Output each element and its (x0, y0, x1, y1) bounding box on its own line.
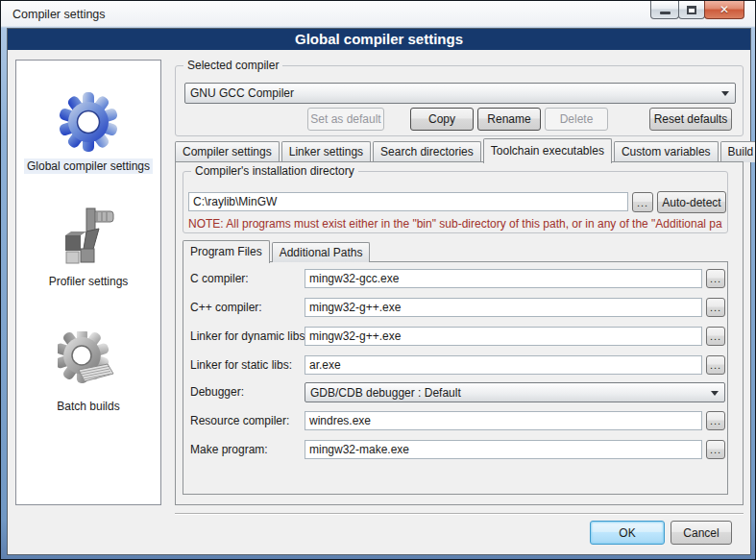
tab-search-directories[interactable]: Search directories (373, 141, 481, 162)
settings-category-list: Global compiler settings (15, 60, 161, 505)
subtab-additional-paths[interactable]: Additional Paths (272, 242, 371, 262)
linker-dynamic-input[interactable] (305, 327, 702, 346)
tab-toolchain-executables[interactable]: Toolchain executables (483, 138, 612, 163)
selected-compiler-dropdown[interactable]: GNU GCC Compiler (184, 83, 736, 104)
minimize-icon (660, 12, 671, 14)
tab-custom-variables[interactable]: Custom variables (614, 141, 719, 162)
sidebar-item-label: Profiler settings (46, 274, 132, 289)
installation-directory-browse-button[interactable]: ... (632, 192, 653, 212)
make-program-label: Make program: (190, 443, 268, 456)
ok-button[interactable]: OK (590, 521, 665, 545)
selected-compiler-value: GNU GCC Compiler (190, 86, 294, 100)
program-files-tabs: Program Files Additional Paths (183, 239, 372, 262)
copy-button[interactable]: Copy (410, 108, 474, 131)
chevron-down-icon (721, 91, 729, 96)
installation-directory-group-label: Compiler's installation directory (191, 164, 358, 178)
set-as-default-button[interactable]: Set as default (307, 108, 384, 131)
tab-compiler-settings[interactable]: Compiler settings (175, 141, 280, 162)
cpp-compiler-label: C++ compiler: (190, 301, 262, 314)
subtab-program-files[interactable]: Program Files (183, 240, 270, 263)
window-controls: ✕ (651, 1, 744, 19)
linker-static-browse-button[interactable]: ... (706, 355, 725, 375)
close-icon: ✕ (719, 4, 729, 15)
debugger-value: GDB/CDB debugger : Default (310, 386, 461, 400)
minimize-button[interactable] (650, 1, 679, 19)
dialog-client-area: Global compiler settings (7, 28, 751, 555)
tab-build-options[interactable]: Build options (720, 141, 756, 162)
resource-compiler-label: Resource compiler: (190, 414, 289, 427)
c-compiler-label: C compiler: (190, 272, 249, 285)
linker-dynamic-label: Linker for dynamic libs: (190, 329, 308, 343)
delete-button[interactable]: Delete (545, 108, 608, 131)
title-bar: Compiler settings ✕ (1, 1, 755, 27)
rename-button[interactable]: Rename (477, 108, 541, 131)
cancel-button[interactable]: Cancel (671, 521, 732, 545)
compiler-tabs: Compiler settings Linker settings Search… (175, 137, 756, 162)
debugger-dropdown[interactable]: GDB/CDB debugger : Default (305, 382, 725, 402)
reset-defaults-button[interactable]: Reset defaults (649, 108, 732, 131)
linker-static-label: Linker for static libs: (190, 358, 292, 372)
c-compiler-browse-button[interactable]: ... (706, 269, 725, 288)
sidebar-item-profiler-settings[interactable]: Profiler settings (16, 207, 160, 289)
tab-linker-settings[interactable]: Linker settings (281, 141, 371, 162)
gray-gear-stack-icon (58, 331, 119, 397)
selected-compiler-group-label: Selected compiler (183, 59, 282, 72)
sidebar-item-batch-builds[interactable]: Batch builds (16, 331, 160, 414)
caliper-tool-icon (58, 207, 119, 272)
close-button[interactable]: ✕ (704, 1, 744, 19)
c-compiler-input[interactable] (305, 269, 702, 288)
make-program-browse-button[interactable]: ... (706, 440, 725, 459)
maximize-button[interactable] (678, 1, 705, 19)
make-program-input[interactable] (305, 440, 702, 459)
bin-subdirectory-note: NOTE: All programs must exist either in … (188, 217, 722, 231)
sidebar-item-global-compiler-settings[interactable]: Global compiler settings (16, 91, 160, 174)
auto-detect-button[interactable]: Auto-detect (657, 191, 726, 213)
cpp-compiler-input[interactable] (305, 298, 702, 317)
resource-compiler-browse-button[interactable]: ... (706, 411, 725, 430)
resource-compiler-input[interactable] (305, 411, 702, 430)
sidebar-item-label: Global compiler settings (24, 158, 153, 174)
cpp-compiler-browse-button[interactable]: ... (706, 298, 725, 317)
window-title: Compiler settings (12, 8, 106, 21)
debugger-label: Debugger: (190, 385, 244, 399)
linker-static-input[interactable] (305, 355, 702, 375)
linker-dynamic-browse-button[interactable]: ... (706, 327, 725, 346)
sidebar-item-label: Batch builds (54, 399, 122, 414)
footer-divider (175, 513, 744, 515)
chevron-down-icon (711, 391, 719, 396)
maximize-icon (687, 6, 696, 14)
compiler-settings-window: Compiler settings ✕ Global compiler sett… (0, 0, 756, 560)
program-files-page (183, 261, 728, 495)
blue-gear-icon (58, 91, 119, 157)
installation-directory-input[interactable] (188, 192, 628, 211)
page-title: Global compiler settings (8, 29, 750, 50)
